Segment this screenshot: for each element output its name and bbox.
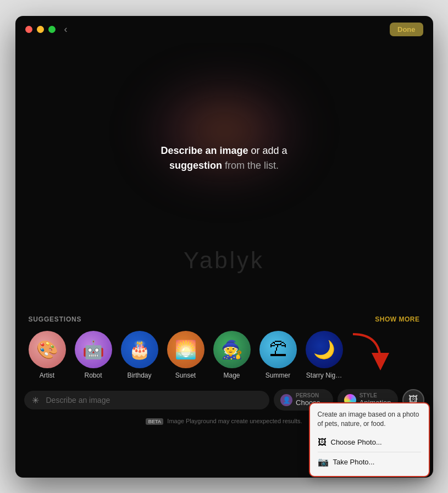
prompt-bold1: Describe an image [161,145,248,156]
suggestion-starry[interactable]: 🌙 Starry Nig… [306,331,343,379]
beta-badge: BETA [146,418,163,425]
show-more-button[interactable]: SHOW MORE [375,315,419,323]
suggestion-sunset[interactable]: 🌅 Sunset [167,331,204,379]
traffic-lights [25,26,56,33]
suggestion-summer[interactable]: ⛱ Summer [259,331,297,379]
app-window: ‹ Done Describe an image or add a sugges… [15,16,433,478]
close-button[interactable] [25,26,32,33]
prompt-bold2: suggestion [169,160,222,171]
person-avatar: 👤 [280,394,292,406]
title-bar: ‹ Done [15,16,433,43]
red-arrow-annotation [347,329,391,373]
suggestions-label: SUGGESTIONS [29,315,82,323]
prompt-instruction: Describe an image or add a suggestion fr… [161,143,287,173]
suggestion-icon-robot: 🤖 [75,331,112,368]
maximize-button[interactable] [48,26,56,33]
suggestion-icon-sunset: 🌅 [167,331,204,368]
watermark-text: Yablyk [184,247,264,274]
photo-button-container: 🖼 Create an image based on a photo of pe… [402,389,424,411]
suggestion-label-summer: Summer [266,372,290,379]
input-bar: ✳ Describe an image 👤 PERSON Choose... S… [15,385,433,418]
suggestion-icon-mage: 🧙 [213,331,251,368]
suggestion-artist[interactable]: 🎨 Artist [29,331,66,379]
suggestion-icon-summer: ⛱ [259,331,297,368]
back-button[interactable]: ‹ [64,24,68,35]
style-pill-label: STYLE [359,393,391,398]
person-pill-label: PERSON [296,393,327,398]
suggestion-mage[interactable]: 🧙 Mage [213,331,251,379]
suggestion-robot[interactable]: 🤖 Robot [75,331,112,379]
choose-photo-icon: 🖼 [318,437,327,447]
suggestion-icon-starry: 🌙 [306,331,343,368]
tooltip-description: Create an image based on a photo of pets… [318,410,421,429]
generate-icon: ✳ [32,395,42,405]
take-photo-label: Take Photo... [333,458,375,466]
main-canvas: Describe an image or add a suggestion fr… [15,43,433,307]
prompt-text-or: or add a [251,145,287,156]
choose-photo-label: Choose Photo... [331,438,382,446]
prompt-text-from: from the list. [225,160,279,171]
take-photo-icon: 📷 [318,457,329,467]
suggestion-label-artist: Artist [40,372,54,379]
done-button[interactable]: Done [390,23,423,36]
search-input-wrap[interactable]: ✳ Describe an image [24,391,270,409]
beta-text: Image Playground may create unexpected r… [167,418,302,424]
suggestion-label-birthday: Birthday [127,372,151,379]
suggestion-icon-artist: 🎨 [29,331,66,368]
suggestion-label-starry: Starry Nig… [306,372,342,379]
suggestion-label-mage: Mage [223,372,240,379]
suggestion-birthday[interactable]: 🎂 Birthday [121,331,158,379]
choose-photo-item[interactable]: 🖼 Choose Photo... [318,435,421,450]
suggestion-label-robot: Robot [84,372,102,379]
suggestion-label-sunset: Sunset [175,372,196,379]
search-placeholder: Describe an image [46,396,110,405]
photo-tooltip: Create an image based on a photo of pets… [309,402,430,477]
suggestion-icon-birthday: 🎂 [121,331,158,368]
take-photo-item[interactable]: 📷 Take Photo... [318,452,421,469]
minimize-button[interactable] [37,26,44,33]
suggestions-header: SUGGESTIONS SHOW MORE [29,315,420,323]
